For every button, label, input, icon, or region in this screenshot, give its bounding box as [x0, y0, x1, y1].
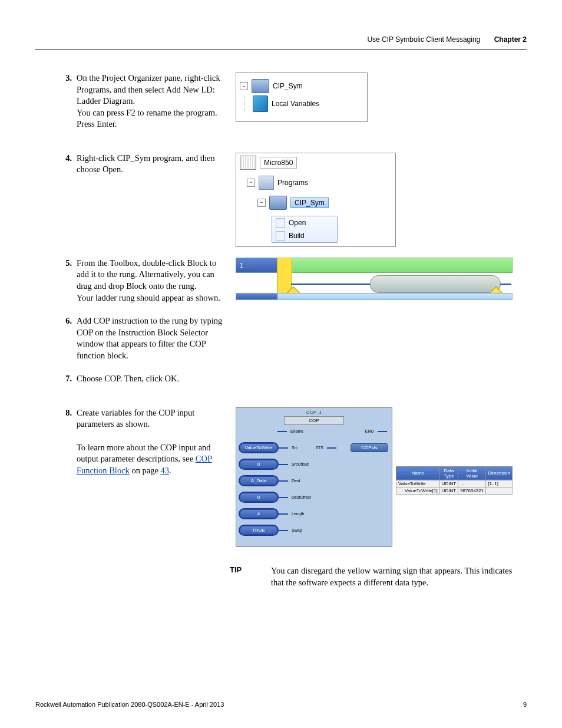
input-pill-zero: 0 — [240, 460, 277, 469]
program-icon — [269, 196, 287, 210]
figure-cop-block: COP_1 COP Enable ENO ValueToWrite S — [236, 407, 513, 547]
page-ref-link[interactable]: 43 — [161, 466, 170, 475]
tip-label: TIP — [230, 565, 271, 589]
local-variables-icon — [253, 95, 268, 112]
menu-item-open: Open — [272, 216, 337, 229]
step-4: 4. Right-click CIP_Sym program, and then… — [59, 153, 230, 176]
th-dim: Dimension — [486, 466, 513, 480]
table-row: ValueToWrite UDINT ... [1..1] — [396, 480, 512, 487]
output-pill-copsts: COPsts — [351, 443, 388, 452]
step-8: 8. Create variables for the COP input pa… — [59, 407, 230, 476]
tree-collapse-icon: − — [257, 199, 266, 207]
tree-collapse-icon: − — [240, 82, 248, 90]
input-pill-adata: A_Data — [240, 476, 277, 485]
block-type: COP — [285, 418, 343, 423]
input-pill-length: 4 — [240, 509, 277, 518]
th-name: Name — [396, 466, 439, 480]
input-pill-zero2: 0 — [240, 493, 277, 502]
step-5: 5. From the Toolbox, double-click Block … — [59, 258, 230, 304]
instruction-block — [370, 275, 501, 293]
document-page: Use CIP Symbolic Client Messaging Chapte… — [0, 0, 562, 728]
input-pill-valuewrite: ValueToWrite — [240, 443, 277, 452]
build-icon — [276, 231, 285, 241]
step-6: 6. Add COP instruction to the rung by ty… — [59, 315, 230, 361]
controller-icon — [240, 156, 256, 170]
controller-name: Micro850 — [260, 157, 297, 169]
figure-project-tree-context-menu: Micro850 − Programs − CIP_Sym — [236, 153, 396, 247]
header-chapter: Chapter 2 — [494, 35, 527, 44]
figure-ladder-rung: 1 — [236, 258, 511, 300]
open-icon — [276, 218, 285, 228]
figure-project-organizer-tree: − CIP_Sym Local Variables — [236, 73, 368, 122]
selected-program: CIP_Sym — [290, 197, 329, 208]
variable-table: Name Data Type Initial Value Dimension V… — [396, 466, 513, 495]
programs-icon — [259, 176, 274, 190]
context-menu: Open Build — [272, 216, 338, 243]
table-row: ValueToWrite[1] UDINT 987654321 — [396, 487, 512, 494]
rung-number: 1 — [236, 258, 282, 272]
input-pill-swap: TRUE — [240, 526, 277, 535]
page-footer: Rockwell Automation Publication 2080-QS0… — [35, 701, 527, 708]
step-7: 7. Choose COP. Then, click OK. — [59, 373, 230, 385]
program-icon — [252, 79, 269, 93]
tree-collapse-icon: − — [247, 179, 255, 187]
th-init: Initial Value — [458, 466, 486, 480]
programs-label: Programs — [277, 179, 308, 187]
page-number: 9 — [523, 701, 527, 708]
program-name: CIP_Sym — [273, 82, 303, 90]
step-3: 3. On the Project Organizer pane, right-… — [59, 73, 230, 130]
th-type: Data Type — [439, 466, 458, 480]
block-instance-name: COP_1 — [240, 410, 388, 415]
tip-block: TIP You can disregard the yellow warning… — [35, 565, 527, 589]
local-variables-label: Local Variables — [272, 100, 319, 108]
publication-info: Rockwell Automation Publication 2080-QS0… — [35, 701, 224, 708]
tip-text: You can disregard the yellow warning sig… — [271, 565, 527, 589]
page-header: Use CIP Symbolic Client Messaging Chapte… — [35, 35, 527, 50]
menu-item-build: Build — [272, 229, 337, 242]
header-topic: Use CIP Symbolic Client Messaging — [367, 35, 480, 44]
